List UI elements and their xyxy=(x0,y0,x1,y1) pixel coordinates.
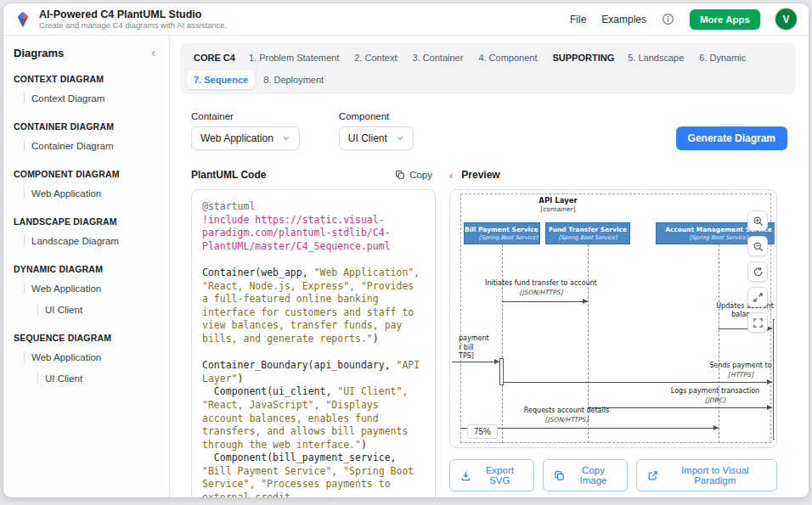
sidebar-item-container-diagram[interactable]: Container Diagram xyxy=(20,135,159,156)
download-icon xyxy=(460,470,471,481)
info-icon[interactable] xyxy=(662,13,674,25)
sidebar-section: SEQUENCE DIAGRAMWeb ApplicationUI Client xyxy=(14,333,159,389)
sidebar-section: LANDSCAPE DIAGRAMLandscape Diagram xyxy=(14,216,159,251)
boundary-tech: [container] xyxy=(490,205,626,213)
message-line xyxy=(460,428,719,429)
sidebar-item-context-diagram[interactable]: Context Diagram xyxy=(20,87,159,109)
message-label: Logs payment transaction[JDBC] xyxy=(660,387,770,404)
menu-file[interactable]: File xyxy=(570,14,586,25)
copy-code-button[interactable]: Copy xyxy=(392,168,436,182)
message-text: Requests account details xyxy=(503,407,630,415)
message-label-clipped: payment r bill TPS] xyxy=(459,334,489,362)
sidebar-section-label: CONTEXT DIAGRAM xyxy=(14,74,159,84)
sidebar-item-label: Web Application xyxy=(31,188,101,199)
reset-view-icon xyxy=(753,267,764,278)
tab-5-landscape[interactable]: 5. Landscape xyxy=(621,48,691,67)
controls-row: Container Web Application Component UI C… xyxy=(191,111,787,150)
sidebar-item-ui-client[interactable]: UI Client xyxy=(34,299,159,320)
code-line: !include https://static.visual-paradigm.… xyxy=(202,214,425,254)
sidebar-item-web-application[interactable]: Web Application xyxy=(20,346,159,368)
menu-examples[interactable]: Examples xyxy=(601,14,646,25)
sidebar-section: DYNAMIC DIAGRAMWeb ApplicationUI Client xyxy=(14,264,159,320)
import-to-visual-paradigm-button[interactable]: Import to Visual Paradigm xyxy=(636,459,777,491)
plantuml-code-editor[interactable]: @startuml!include https://static.visual-… xyxy=(191,189,436,497)
code-line: Container_Boundary(api_boundary, "API La… xyxy=(202,359,425,385)
preview-column: ‹ Preview API Layer[container]Bill Payme… xyxy=(449,167,777,497)
panels: PlantUML Code Copy @startuml!include htt… xyxy=(191,167,777,497)
participant-name: Bill Payment Service xyxy=(465,226,539,233)
container-field: Container Web Application xyxy=(191,111,300,150)
tab-1-problem-statement[interactable]: 1. Problem Statement xyxy=(242,48,346,67)
sidebar-section-label: CONTAINER DIAGRAM xyxy=(14,121,159,132)
tab-4-component[interactable]: 4. Component xyxy=(471,48,544,67)
message-label: Initiates fund transfer to account[JSON/… xyxy=(473,279,609,296)
component-select[interactable]: UI Client xyxy=(339,126,414,150)
message-tech: [JDBC] xyxy=(660,396,770,404)
more-apps-button[interactable]: More Apps xyxy=(690,9,760,30)
sidebar-item-landscape-diagram[interactable]: Landscape Diagram xyxy=(20,230,159,251)
top-nav: File Examples More Apps V xyxy=(570,8,797,30)
message-label: Requests account details[JSON/HTTPS] xyxy=(503,407,630,424)
sidebar: Diagrams ‹ CONTEXT DIAGRAMContext Diagra… xyxy=(3,36,170,497)
sidebar-item-label: Context Diagram xyxy=(31,93,104,104)
message-label: Sends payment to[HTTPS] xyxy=(694,362,775,379)
sidebar-item-ui-client[interactable]: UI Client xyxy=(34,368,159,389)
message-tech: [HTTPS] xyxy=(694,371,775,379)
tab-8-deployment[interactable]: 8. Deployment xyxy=(257,70,330,89)
message-text: Logs payment transaction xyxy=(660,387,770,396)
app-window: AI-Powered C4 PlantUML Studio Create and… xyxy=(3,3,809,498)
sidebar-item-label: UI Client xyxy=(45,305,82,315)
sidebar-section-label: COMPONENT DIAGRAM xyxy=(14,169,159,179)
diagram-canvas[interactable]: API Layer[container]Bill Payment Service… xyxy=(452,192,775,446)
copy-image-button[interactable]: Copy Image xyxy=(543,459,629,491)
container-select[interactable]: Web Application xyxy=(191,126,300,150)
container-select-label: Container xyxy=(191,111,300,121)
tab-2-context[interactable]: 2. Context xyxy=(347,48,403,67)
sidebar-item-label: Web Application xyxy=(31,283,101,294)
sidebar-item-web-application[interactable]: Web Application xyxy=(20,182,159,204)
sidebar-collapse-icon[interactable]: ‹ xyxy=(148,46,159,59)
fit-screen-button[interactable] xyxy=(747,287,768,307)
boundary-label: API Layer[container] xyxy=(490,196,626,213)
generate-diagram-button[interactable]: Generate Diagram xyxy=(676,126,787,150)
zoom-in-button[interactable] xyxy=(747,210,768,231)
sidebar-item-web-application[interactable]: Web Application xyxy=(20,278,159,299)
message-arrowhead xyxy=(583,299,588,304)
tab-6-dynamic[interactable]: 6. Dynamic xyxy=(692,48,753,67)
code-line: Container(web_app, "Web Application", "R… xyxy=(202,267,425,346)
preview-collapse-icon[interactable]: ‹ xyxy=(449,169,453,182)
top-bar: AI-Powered C4 PlantUML Studio Create and… xyxy=(3,3,809,36)
user-avatar[interactable]: V xyxy=(775,8,797,30)
container-select-value: Web Application xyxy=(200,132,273,144)
copy-code-label: Copy xyxy=(409,170,432,180)
tab-row: 7. Sequence8. Deployment xyxy=(187,70,789,89)
export-svg-button[interactable]: Export SVG xyxy=(449,459,534,491)
chevron-down-icon xyxy=(282,134,290,143)
message-arrowhead xyxy=(767,405,772,410)
message-tech: [JSON/HTTPS] xyxy=(473,289,609,296)
frame-button[interactable] xyxy=(747,312,768,333)
frame-icon xyxy=(753,317,764,328)
sidebar-item-label: Web Application xyxy=(31,352,101,362)
tab-7-sequence[interactable]: 7. Sequence xyxy=(187,70,255,89)
code-panel-title: PlantUML Code xyxy=(191,169,266,181)
sidebar-section-label: DYNAMIC DIAGRAM xyxy=(14,264,159,274)
tab-bar: CORE C41. Problem Statement2. Context3. … xyxy=(180,43,796,94)
zoom-controls xyxy=(747,210,768,333)
app-subtitle: Create and manage C4 diagrams with AI as… xyxy=(39,20,227,30)
app-title-block: AI-Powered C4 PlantUML Studio Create and… xyxy=(39,8,227,31)
sidebar-item-label: UI Client xyxy=(45,373,82,384)
participant-bill-payment-service: Bill Payment Service[Spring Boot Service… xyxy=(464,222,540,244)
reset-view-button[interactable] xyxy=(747,261,768,282)
message-arrowhead xyxy=(767,379,772,384)
sidebar-item-label: Container Diagram xyxy=(31,141,114,151)
message-line xyxy=(502,301,588,302)
participant-tech: [Spring Boot Service] xyxy=(465,234,539,241)
zoom-out-button[interactable] xyxy=(747,236,768,256)
participant-name: Fund Transfer Service xyxy=(546,226,629,233)
chevron-down-icon xyxy=(396,134,404,143)
message-text: Sends payment to xyxy=(694,362,775,370)
external-link-icon xyxy=(647,470,658,481)
tab-3-container[interactable]: 3. Container xyxy=(405,48,470,67)
component-field: Component UI Client xyxy=(339,111,414,150)
